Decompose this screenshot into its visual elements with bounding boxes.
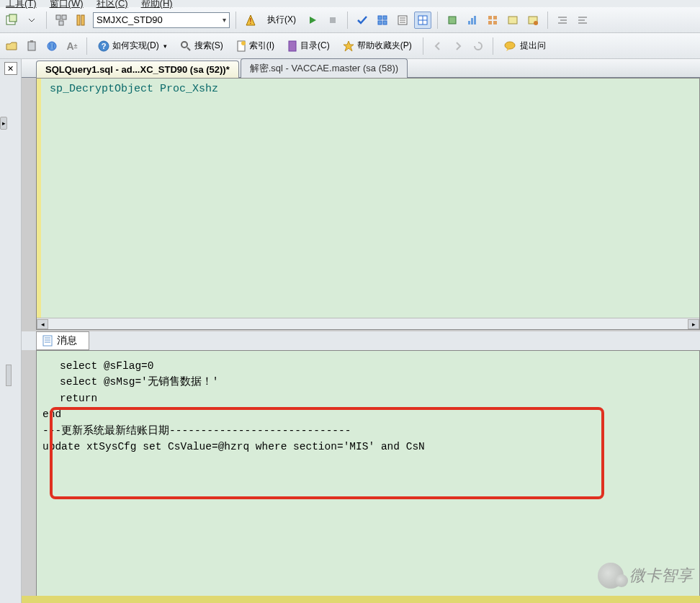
contents-button[interactable]: 目录(C): [282, 37, 335, 55]
refresh-icon[interactable]: [470, 37, 487, 55]
favorites-button[interactable]: 帮助收藏夹(P): [338, 37, 417, 55]
editor-code[interactable]: sp_DecryptObject Proc_Xshz: [37, 79, 699, 95]
database-selector[interactable]: SMJXC_STD90: [93, 12, 230, 28]
close-tab-icon[interactable]: ✕: [4, 62, 17, 75]
svg-rect-46: [289, 41, 296, 51]
svg-rect-27: [493, 21, 497, 24]
search-label: 搜索(S): [194, 40, 223, 52]
svg-rect-2: [56, 15, 60, 19]
client-stats-icon[interactable]: [484, 12, 501, 29]
svg-rect-9: [378, 16, 382, 19]
status-bar: [22, 596, 700, 603]
svg-rect-20: [449, 17, 456, 24]
svg-rect-5: [77, 15, 80, 25]
tab-decrypt-sql[interactable]: 解密.sql - VACCAE.master (sa (58)): [241, 58, 408, 78]
paste-icon[interactable]: [23, 37, 40, 55]
expand-handle-icon[interactable]: ▸: [0, 117, 7, 130]
svg-point-39: [48, 42, 56, 50]
results-grid-icon[interactable]: [414, 12, 431, 29]
object-explorer-icon[interactable]: [73, 12, 90, 29]
open-folder-icon[interactable]: [3, 37, 20, 55]
menu-window[interactable]: 窗口(W): [50, 0, 84, 10]
svg-rect-22: [471, 18, 473, 24]
svg-rect-38: [30, 40, 33, 43]
globe-icon[interactable]: [43, 37, 60, 55]
scroll-left-icon[interactable]: ◂: [37, 319, 48, 329]
watermark-text: 微卡智享: [629, 565, 693, 586]
new-query-icon[interactable]: [3, 12, 20, 29]
toolbar-row-1: SMJXC_STD90 ! 执行(X): [0, 7, 700, 33]
outdent-icon[interactable]: [574, 12, 591, 29]
execute-warning-icon[interactable]: !: [242, 12, 259, 29]
svg-point-45: [241, 41, 246, 45]
scroll-right-icon[interactable]: ▸: [688, 319, 699, 329]
index-icon: [236, 40, 246, 52]
howto-button[interactable]: ? 如何实现(D) ▾: [93, 37, 172, 55]
menu-tools[interactable]: 工具(T): [6, 0, 37, 10]
howto-label: 如何实现(D): [112, 40, 159, 52]
svg-rect-28: [508, 17, 517, 24]
main-menubar[interactable]: 工具(T) 窗口(W) 社区(C) 帮助(H): [0, 0, 700, 7]
font-size-icon[interactable]: A±: [63, 37, 81, 55]
svg-rect-12: [383, 21, 387, 24]
tab-sqlquery1[interactable]: SQLQuery1.sql - ad...XC_STD90 (sa (52))*: [36, 61, 239, 78]
index-label: 索引(I): [249, 40, 274, 52]
parse-icon[interactable]: [354, 12, 371, 29]
sql-editor[interactable]: sp_DecryptObject Proc_Xshz ◂ ▸: [36, 78, 700, 330]
search-icon: [180, 40, 192, 52]
execute-button[interactable]: 执行(X): [262, 12, 301, 29]
options-icon[interactable]: [524, 12, 542, 29]
messages-tab[interactable]: 消息: [36, 331, 89, 350]
svg-rect-21: [468, 21, 470, 24]
svg-rect-10: [383, 16, 387, 19]
toolbar-row-2: A± ? 如何实现(D) ▾ 搜索(S) 索引(I) 目录(C) 帮助收藏夹(P…: [0, 33, 700, 59]
sqlcmd-icon[interactable]: [504, 12, 521, 29]
stop-icon[interactable]: [324, 12, 341, 29]
svg-rect-8: [330, 17, 336, 23]
comment-icon: [504, 40, 517, 52]
ask-question-button[interactable]: 提出问: [499, 37, 551, 55]
document-tabs: SQLQuery1.sql - ad...XC_STD90 (sa (52))*…: [22, 59, 700, 78]
include-stats-icon[interactable]: [464, 12, 481, 29]
index-button[interactable]: 索引(I): [231, 37, 279, 55]
svg-rect-37: [28, 42, 35, 50]
svg-rect-48: [43, 336, 52, 346]
svg-rect-3: [62, 15, 66, 19]
favorites-label: 帮助收藏夹(P): [357, 40, 412, 52]
svg-rect-24: [488, 16, 492, 19]
search-button[interactable]: 搜索(S): [175, 37, 228, 55]
ask-label: 提出问: [520, 40, 546, 52]
indent-icon[interactable]: [554, 12, 571, 29]
messages-output[interactable]: select @sFlag=0 select @sMsg='无销售数据！' re…: [37, 351, 699, 455]
svg-rect-25: [493, 16, 497, 19]
results-text-icon[interactable]: [394, 12, 411, 29]
play-icon[interactable]: [304, 12, 321, 29]
menu-help[interactable]: 帮助(H): [141, 0, 173, 10]
svg-point-47: [505, 42, 515, 49]
editor-gutter: [37, 79, 41, 318]
nav-forward-icon[interactable]: [449, 37, 467, 55]
svg-rect-26: [488, 21, 492, 24]
message-doc-icon: [42, 335, 53, 347]
tab-active-label: SQLQuery1.sql - ad...XC_STD90 (sa (52))*: [45, 64, 230, 75]
execute-label: 执行(X): [267, 14, 296, 26]
svg-rect-6: [81, 15, 84, 25]
menu-community[interactable]: 社区(C): [97, 0, 128, 10]
registered-servers-icon[interactable]: [53, 12, 70, 29]
svg-point-42: [181, 42, 187, 48]
svg-text:!: !: [250, 17, 252, 25]
contents-label: 目录(C): [300, 40, 330, 52]
content-pane: SQLQuery1.sql - ad...XC_STD90 (sa (52))*…: [22, 59, 700, 603]
left-sidebar-collapsed: ✕ ▸: [0, 59, 22, 603]
svg-line-43: [187, 48, 190, 50]
splitter-handle[interactable]: [6, 365, 12, 386]
results-tabs: 消息: [22, 331, 700, 350]
nav-back-icon[interactable]: [429, 37, 447, 55]
display-plan-icon[interactable]: [374, 12, 391, 29]
svg-rect-4: [59, 21, 63, 25]
include-plan-icon[interactable]: [444, 12, 461, 29]
svg-point-30: [534, 21, 538, 25]
editor-scrollbar-horizontal[interactable]: ◂ ▸: [37, 318, 699, 329]
tab-inactive-label: 解密.sql - VACCAE.master (sa (58)): [250, 63, 398, 73]
dropdown-icon[interactable]: [23, 12, 40, 29]
